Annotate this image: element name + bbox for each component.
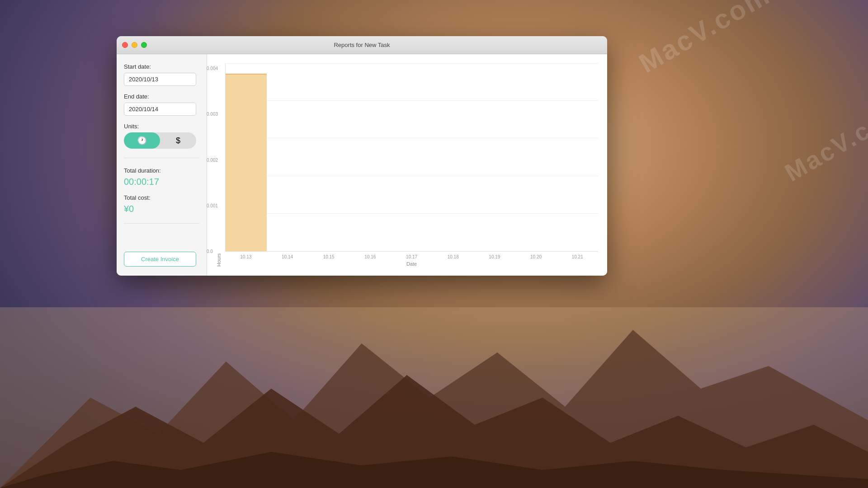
x-axis: 10.13 10.14 10.15 10.16 10.17 10.18 10.1… [225,254,598,259]
title-bar: Reports for New Task [117,36,607,54]
x-tick-1015: 10.15 [308,254,349,259]
mountain-background [0,307,868,488]
x-axis-label: Date [225,261,598,267]
total-duration-label: Total duration: [124,167,199,174]
minimize-button[interactable] [132,42,137,48]
start-date-label: Start date: [124,63,199,70]
total-cost-value: ¥0 [124,204,199,214]
chart-area: Hours 0.0 0.001 0.002 0.003 0.004 [216,63,598,267]
x-tick-1020: 10.20 [515,254,557,259]
grid-line-1 [226,213,598,214]
unit-time-button[interactable]: 🕐 [124,132,160,149]
total-duration-group: Total duration: 00:00:17 [124,167,199,187]
units-group: Units: 🕐 $ [124,123,199,149]
bar-1013 [226,74,267,251]
close-button[interactable] [122,42,128,48]
x-tick-1013: 10.13 [225,254,267,259]
x-tick-1019: 10.19 [474,254,515,259]
chart-container: Hours 0.0 0.001 0.002 0.003 0.004 [216,63,598,267]
x-tick-1016: 10.16 [349,254,391,259]
grid-line-2 [226,176,598,176]
units-toggle: 🕐 $ [124,132,196,149]
window-controls [122,42,147,48]
window-title: Reports for New Task [334,42,390,48]
total-cost-label: Total cost: [124,194,199,201]
units-label: Units: [124,123,199,130]
maximize-button[interactable] [141,42,147,48]
dollar-icon: $ [176,136,180,145]
grid-line-top [226,63,598,64]
window-content: Start date: 2020/10/13 End date: 2020/10… [117,54,607,276]
end-date-group: End date: 2020/10/14 [124,93,199,116]
total-cost-group: Total cost: ¥0 [124,194,199,214]
y-axis-label: Hours [216,63,222,267]
x-tick-1021: 10.21 [557,254,598,259]
divider-1 [124,158,199,158]
reports-window: Reports for New Task Start date: 2020/10… [117,36,607,276]
grid-line-3 [226,138,598,138]
end-date-label: End date: [124,93,199,100]
end-date-input[interactable]: 2020/10/14 [124,103,196,116]
x-tick-1017: 10.17 [391,254,433,259]
left-panel: Start date: 2020/10/13 End date: 2020/10… [117,54,207,276]
chart-inner: 0.0 0.001 0.002 0.003 0.004 [225,63,598,252]
start-date-input[interactable]: 2020/10/13 [124,73,196,86]
x-tick-1014: 10.14 [267,254,308,259]
divider-2 [124,223,199,224]
create-invoice-button[interactable]: Create Invoice [124,252,196,267]
clock-icon: 🕐 [137,136,147,145]
total-duration-value: 00:00:17 [124,177,199,187]
start-date-group: Start date: 2020/10/13 [124,63,199,86]
x-tick-1018: 10.18 [432,254,474,259]
grid-line-4 [226,100,598,101]
right-panel: Hours 0.0 0.001 0.002 0.003 0.004 [207,54,607,276]
unit-money-button[interactable]: $ [160,132,196,149]
